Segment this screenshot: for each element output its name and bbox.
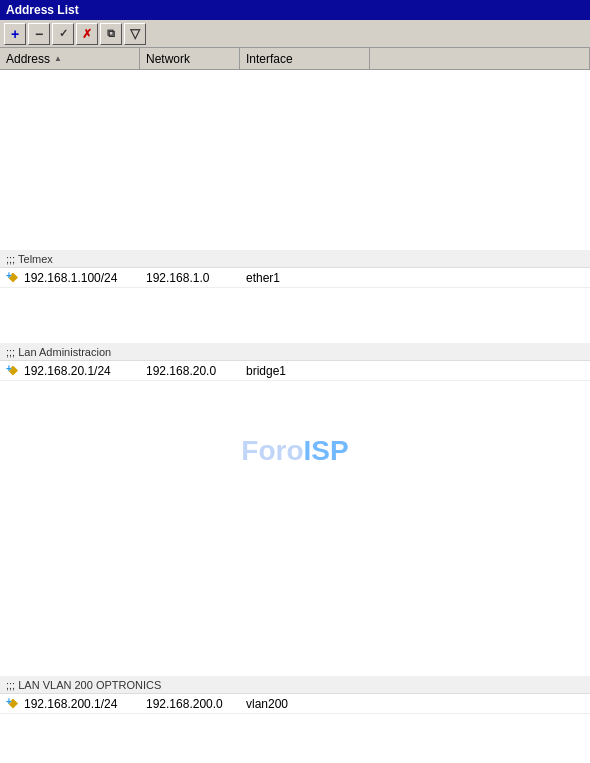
cell-extra-2 [370,694,590,714]
table-row[interactable]: + 192.168.20.1/24 192.168.20.0 bridge1 [0,361,590,381]
copy-button[interactable]: ⧉ [100,23,122,45]
cell-extra-0 [370,268,590,288]
empty-space-top [0,70,590,250]
cell-address-0: + 192.168.1.100/24 [0,268,140,288]
cell-interface-1: bridge1 [240,361,370,381]
group-telmex: ;;; Telmex [0,250,590,268]
empty-space-mid2 [0,381,590,676]
empty-space-mid1 [0,288,590,343]
cell-network-1: 192.168.20.0 [140,361,240,381]
title-bar: Address List [0,0,590,20]
column-header-network[interactable]: Network [140,48,240,70]
table-row[interactable]: + 192.168.200.1/24 192.168.200.0 vlan200 [0,694,590,714]
cell-address-2: + 192.168.200.1/24 [0,694,140,714]
table-row[interactable]: + 192.168.1.100/24 192.168.1.0 ether1 [0,268,590,288]
cell-interface-2: vlan200 [240,694,370,714]
cell-extra-1 [370,361,590,381]
x-icon: ✗ [82,27,92,41]
check-icon: ✓ [59,27,68,40]
ip-icon-1: + [6,364,20,378]
table-header: Address ▲ Network Interface [0,48,590,70]
column-header-extra [370,48,590,70]
filter-button[interactable]: ▽ [124,23,146,45]
disable-button[interactable]: ✗ [76,23,98,45]
remove-button[interactable]: − [28,23,50,45]
content-area[interactable]: ForoISP ;;; Telmex + 192.168.1.100/24 19… [0,70,590,763]
enable-button[interactable]: ✓ [52,23,74,45]
copy-icon: ⧉ [107,27,115,40]
title-label: Address List [6,3,79,17]
column-header-address[interactable]: Address ▲ [0,48,140,70]
group-lan-admin: ;;; Lan Administracion [0,343,590,361]
add-button[interactable]: + [4,23,26,45]
filter-icon: ▽ [130,26,140,41]
cell-address-1: + 192.168.20.1/24 [0,361,140,381]
toolbar: + − ✓ ✗ ⧉ ▽ [0,20,590,48]
minus-icon: − [35,26,43,42]
ip-icon-2: + [6,697,20,711]
cell-network-2: 192.168.200.0 [140,694,240,714]
group-lan-vlan200: ;;; LAN VLAN 200 OPTRONICS [0,676,590,694]
cell-interface-0: ether1 [240,268,370,288]
add-icon: + [11,26,19,42]
sort-arrow-icon: ▲ [54,54,62,63]
ip-icon-0: + [6,271,20,285]
column-header-interface[interactable]: Interface [240,48,370,70]
cell-network-0: 192.168.1.0 [140,268,240,288]
